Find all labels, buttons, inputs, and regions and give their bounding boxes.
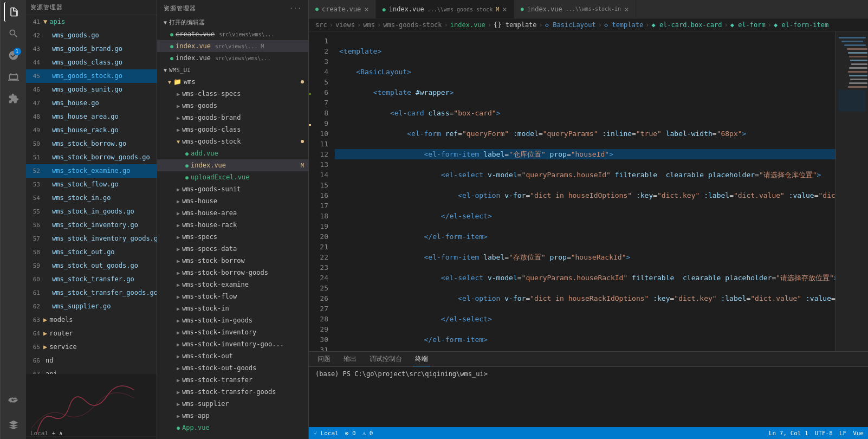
file-tree-item[interactable]: 53 wms_stock_flow.go	[26, 178, 157, 191]
file-tree-item[interactable]: 50 wms_stock_borrow.go	[26, 137, 157, 151]
tab-close-icon[interactable]: ×	[364, 5, 368, 13]
svg-rect-14	[848, 86, 867, 88]
folder-item[interactable]: ▶wms-stock-inventory-goo...	[157, 338, 308, 350]
folder-item[interactable]: ▶wms-stock-borrow-goods	[157, 267, 308, 279]
file-tree-item[interactable]: 63 ▶ models	[26, 313, 157, 327]
extensions-icon[interactable]	[4, 89, 23, 108]
bottom-tabs: 问题 输出 调试控制台 终端	[309, 352, 868, 367]
folder-item[interactable]: ▶wms-supplier	[157, 398, 308, 410]
tab-create-vue[interactable]: ● create.vue ×	[309, 0, 376, 18]
docker-icon[interactable]	[4, 391, 23, 411]
code-line-12: <el-select v-model="queryParams.houseRac…	[335, 273, 835, 283]
folder-item[interactable]: ▶wms-stock-borrow	[157, 255, 308, 267]
tab-terminal[interactable]: 终端	[413, 352, 430, 366]
warning-count: ⚠ 0	[362, 430, 373, 437]
folder-item[interactable]: ▶wms-stock-flow	[157, 290, 308, 302]
folder-item[interactable]: ▶wms-house-rack	[157, 219, 308, 231]
folder-item[interactable]: ▶wms-goods	[157, 100, 308, 112]
folder-service[interactable]: 65 ▶ service	[26, 340, 157, 354]
ai-icon[interactable]	[4, 415, 23, 435]
language-mode[interactable]: Vue	[853, 430, 864, 437]
folder-item[interactable]: ▶wms-stock-inventory	[157, 326, 308, 338]
file-tree-item[interactable]: 56 wms_stock_inventory.go	[26, 218, 157, 232]
file-tree-item[interactable]: 59 wms_stock_out_goods.go	[26, 259, 157, 273]
folder-item[interactable]: ▶wms-house	[157, 195, 308, 207]
tab-debug-console[interactable]: 调试控制台	[367, 352, 404, 366]
file-tree-item-active[interactable]: 45 wms_goods_stock.go	[26, 69, 157, 83]
folder-item[interactable]: ▶wms-class-specs	[157, 88, 308, 100]
folder-item[interactable]: ▶wms-house-area	[157, 207, 308, 219]
file-tree-item[interactable]: 41 ▼ apis	[26, 15, 157, 29]
file-tree-item[interactable]: 55 wms_stock_in_goods.go	[26, 205, 157, 218]
file-tree-item[interactable]: 58 wms_stock_out.go	[26, 246, 157, 259]
status-bar: ⑂ Local ⊗ 0 ⚠ 0 Ln 7, Col 1 UTF-8 LF Vue	[309, 427, 868, 439]
folder-item[interactable]: ▶wms-specs	[157, 231, 308, 243]
folder-item[interactable]: ▶wms-goods-sunit	[157, 183, 308, 195]
file-tree-item[interactable]: 54 wms_stock_in.go	[26, 191, 157, 205]
tab-output[interactable]: 输出	[341, 352, 359, 366]
folder-item[interactable]: ▶wms-stock-out	[157, 350, 308, 362]
folder-item[interactable]: ▶wms-stock-in	[157, 302, 308, 314]
git-branch[interactable]: ⑂ Local	[313, 430, 339, 437]
search-icon[interactable]	[4, 24, 23, 43]
git-icon[interactable]: 1	[4, 46, 23, 65]
open-editors-section[interactable]: ▼ 打开的编辑器	[157, 16, 308, 28]
svg-rect-4	[847, 48, 867, 50]
file-tree-item[interactable]: 49 wms_house_rack.go	[26, 124, 157, 137]
folder-router[interactable]: 64 ▶ router	[26, 327, 157, 340]
file-tree-item[interactable]: 60 wms_stock_transfer.go	[26, 273, 157, 286]
svg-rect-5	[848, 52, 867, 54]
file-tree-item[interactable]: 52 wms_stock_examine.go	[26, 164, 157, 178]
folder-item[interactable]: ▶wms-stock-out-goods	[157, 362, 308, 374]
debug-icon[interactable]	[4, 67, 23, 87]
code-line-5: <el-form ref="queryForm" :model="queryPa…	[335, 128, 835, 139]
folder-item[interactable]: ▶wms-stock-transfer	[157, 374, 308, 386]
folder-wms[interactable]: ▼ 📁 wms	[157, 76, 308, 88]
file-tree-item[interactable]: 48 wms_house_area.go	[26, 110, 157, 124]
file-tree-item[interactable]: 46 wms_goods_sunit.go	[26, 83, 157, 96]
tab-close-icon[interactable]: ×	[502, 5, 507, 13]
tab-index-vue-stock[interactable]: ● index.vue ...\\wms-goods-stock M ×	[376, 0, 514, 18]
file-upload-excel[interactable]: ● uploadExcel.vue	[157, 171, 308, 183]
svg-rect-15	[839, 90, 866, 112]
project-section[interactable]: ▼ WMS_UI	[157, 64, 308, 76]
files-icon[interactable]	[4, 2, 23, 22]
open-editor-item[interactable]: ● index.vue src\views\wms\...	[157, 52, 308, 64]
file-app-vue[interactable]: ● App.vue	[157, 422, 308, 434]
tab-index-vue-stock-in[interactable]: ● index.vue ...\\wms-stock-in ×	[514, 0, 636, 18]
file-tree-item[interactable]: 57 wms_stock_inventory_goods.go	[26, 232, 157, 246]
code-line-3: <template #wrapper>	[335, 87, 835, 98]
open-editor-item-active[interactable]: ● index.vue src\views\... M	[157, 40, 308, 52]
file-tree-item[interactable]: 44 wms_goods_class.go	[26, 56, 157, 69]
code-editor[interactable]: <template> <BasicLayout> <template #wrap…	[331, 31, 835, 351]
folder-item[interactable]: ▶wms-goods-class	[157, 124, 308, 135]
file-tree-item[interactable]: 66 nd	[26, 354, 157, 367]
file-tree-item[interactable]: 43 wms_goods_brand.go	[26, 42, 157, 56]
encoding[interactable]: UTF-8	[815, 430, 833, 437]
file-tree-item[interactable]: 51 wms_stock_borrow_goods.go	[26, 151, 157, 164]
open-editor-item[interactable]: ● create.vue src\views\wms\...	[157, 28, 308, 40]
svg-rect-8	[851, 63, 867, 65]
file-tree-item[interactable]: 61 wms_stock_transfer_goods.go	[26, 286, 157, 300]
tab-close-icon[interactable]: ×	[624, 5, 629, 13]
folder-item[interactable]: ▶wms-stock-examine	[157, 279, 308, 290]
folder-item[interactable]: ▶wms-specs-data	[157, 243, 308, 255]
panel-menu-icon[interactable]: ···	[289, 5, 302, 12]
folder-item[interactable]: ▶wms-stock-transfer-goods	[157, 386, 308, 398]
file-tree-item[interactable]: 42 wms_goods.go	[26, 29, 157, 42]
file-tree-item[interactable]: 47 wms_house.go	[26, 96, 157, 110]
file-tree-item[interactable]: 67 api	[26, 367, 157, 374]
tab-problems[interactable]: 问题	[315, 352, 333, 366]
terminal-line: (base) PS C:\go\project\src\qiqining\wms…	[315, 369, 861, 379]
folder-wms-goods-stock[interactable]: ▼ wms-goods-stock	[157, 135, 308, 147]
file-add-vue[interactable]: ● add.vue	[157, 147, 308, 159]
cursor-position[interactable]: Ln 7, Col 1	[769, 430, 808, 437]
svg-rect-13	[849, 82, 867, 84]
folder-item[interactable]: ▶wms-stock-in-goods	[157, 314, 308, 326]
line-ending[interactable]: LF	[839, 430, 846, 437]
file-tree-item[interactable]: 62 wms_supplier.go	[26, 300, 157, 313]
panel-header: 资源管理器 ···	[157, 0, 308, 16]
folder-item[interactable]: ▶wms-app	[157, 410, 308, 422]
folder-item[interactable]: ▶wms-goods-brand	[157, 112, 308, 124]
file-index-vue[interactable]: ● index.vue M	[157, 159, 308, 171]
